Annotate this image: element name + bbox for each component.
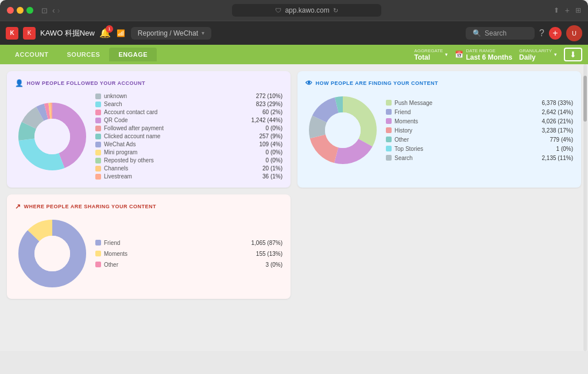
- eye-icon: 👁: [305, 79, 313, 87]
- share-icon: ↗: [15, 202, 21, 211]
- legend-color: [95, 126, 101, 131]
- forward-button[interactable]: ›: [57, 6, 60, 15]
- legend-item: History 3,238 (17%): [386, 127, 573, 134]
- help-icon[interactable]: ?: [539, 28, 544, 38]
- scrollbar-thumb[interactable]: [583, 76, 587, 122]
- legend-item: Push Message 6,378 (33%): [386, 100, 573, 106]
- finding-chart-area: Push Message 6,378 (33%) Friend 2,642 (1…: [305, 93, 573, 167]
- new-tab-icon[interactable]: +: [565, 6, 570, 15]
- maximize-light[interactable]: [26, 7, 33, 14]
- followed-donut: [15, 99, 90, 174]
- search-icon: 🔍: [473, 29, 481, 37]
- bottom-spacer: [297, 194, 581, 299]
- legend-name: Search: [104, 101, 253, 107]
- top-cards-row: 👤 HOW PEOPLE FOLLOWED YOUR ACCOUNT: [7, 71, 581, 188]
- followed-legend: unknown 272 (10%) Search 823 (29%) Accou…: [95, 93, 283, 180]
- sharing-chart-area: Friend 1,065 (87%) Moments 155 (13%) Oth…: [15, 216, 283, 291]
- tab-engage[interactable]: ENGAGE: [109, 48, 157, 61]
- scrollbar-track[interactable]: [583, 64, 587, 351]
- signal-icon: 📶: [117, 29, 125, 37]
- address-bar[interactable]: 🛡 app.kawo.com ↻: [232, 4, 381, 17]
- legend-name: Clicked account name: [104, 133, 256, 139]
- sharing-legend: Friend 1,065 (87%) Moments 155 (13%) Oth…: [95, 240, 283, 268]
- window-icon[interactable]: ⊡: [39, 5, 50, 16]
- legend-item: unknown 272 (10%): [95, 93, 283, 99]
- followed-card: 👤 HOW PEOPLE FOLLOWED YOUR ACCOUNT: [7, 71, 291, 188]
- date-range-value: Last 6 Months: [466, 53, 512, 61]
- legend-name: Reposted by others: [104, 157, 263, 163]
- granularity-arrow: ▾: [554, 52, 557, 57]
- legend-item: Mini program 0 (0%): [95, 149, 283, 155]
- granularity-value: Daily: [519, 53, 552, 61]
- search-bar[interactable]: 🔍 Search: [466, 27, 535, 40]
- legend-item: Reposted by others 0 (0%): [95, 157, 283, 163]
- legend-item: Search 2,135 (11%): [386, 155, 573, 161]
- svg-point-17: [325, 112, 361, 148]
- bottom-cards-row: ↗ WHERE PEOPLE ARE SHARING YOUR CONTENT: [7, 194, 581, 299]
- legend-color: [95, 110, 101, 115]
- svg-point-21: [34, 236, 70, 271]
- traffic-lights: [7, 7, 33, 14]
- svg-point-9: [34, 119, 70, 154]
- legend-item: Account contact card 60 (2%): [95, 109, 283, 115]
- reload-icon[interactable]: ↻: [333, 7, 338, 14]
- legend-name: Channels: [104, 165, 260, 172]
- legend-color: [95, 174, 101, 180]
- notification-button[interactable]: 🔔 1: [99, 28, 111, 38]
- legend-val: 20 (1%): [262, 165, 283, 172]
- date-range-filter[interactable]: 📅 DATE RANGE Last 6 Months: [455, 48, 512, 61]
- close-light[interactable]: [7, 7, 14, 14]
- legend-name: Livestream: [104, 173, 260, 180]
- legend-item: Friend 1,065 (87%): [95, 240, 283, 246]
- finding-donut: [305, 93, 380, 167]
- app-bar: K K KAWO 科掘New 🔔 1 📶 Reporting / WeChat …: [0, 21, 588, 45]
- browser-nav: ⊡ ‹ ›: [39, 5, 60, 16]
- legend-val: 257 (9%): [259, 133, 283, 139]
- download-button[interactable]: ⬇: [564, 48, 582, 61]
- nav-tabs-bar: ACCOUNT SOURCES ENGAGE AGGREGATE Total ▾…: [0, 45, 588, 64]
- followed-card-title: 👤 HOW PEOPLE FOLLOWED YOUR ACCOUNT: [15, 79, 283, 87]
- calendar-icon: 📅: [455, 50, 463, 59]
- legend-val: 36 (1%): [262, 173, 283, 180]
- legend-name: QR Code: [104, 117, 249, 123]
- legend-item: Clicked account name 257 (9%): [95, 133, 283, 139]
- legend-name: WeChat Ads: [104, 141, 256, 147]
- browser-action-buttons: ⬆ + ⊞: [554, 6, 581, 15]
- sharing-donut: [15, 216, 90, 291]
- sharing-card-title: ↗ WHERE PEOPLE ARE SHARING YOUR CONTENT: [15, 202, 283, 211]
- legend-val: 272 (10%): [256, 93, 283, 99]
- url-text: app.kawo.com: [285, 6, 329, 14]
- add-button[interactable]: +: [549, 27, 562, 40]
- legend-item: QR Code 1,242 (44%): [95, 117, 283, 123]
- followed-chart-area: unknown 272 (10%) Search 823 (29%) Accou…: [15, 93, 283, 180]
- legend-val: 0 (0%): [266, 157, 283, 163]
- breadcrumb[interactable]: Reporting / WeChat ▾: [131, 27, 211, 40]
- back-button[interactable]: ‹: [52, 6, 55, 15]
- legend-val: 0 (0%): [266, 125, 283, 131]
- aggregate-filter[interactable]: AGGREGATE Total ▾: [414, 48, 448, 61]
- share-icon[interactable]: ⬆: [554, 6, 559, 14]
- tab-sources[interactable]: SOURCES: [58, 48, 110, 61]
- finding-legend: Push Message 6,378 (33%) Friend 2,642 (1…: [386, 100, 573, 161]
- breadcrumb-arrow: ▾: [202, 30, 204, 36]
- legend-val: 60 (2%): [262, 109, 283, 115]
- legend-item: Other 3 (0%): [95, 262, 283, 268]
- sharing-card: ↗ WHERE PEOPLE ARE SHARING YOUR CONTENT: [7, 194, 291, 299]
- legend-item: Livestream 36 (1%): [95, 173, 283, 180]
- minimize-light[interactable]: [17, 7, 24, 14]
- granularity-filter[interactable]: GRANULARITY Daily ▾: [519, 48, 557, 61]
- tab-account[interactable]: ACCOUNT: [6, 48, 58, 61]
- legend-color: [95, 118, 101, 123]
- legend-item: Friend 2,642 (14%): [386, 109, 573, 115]
- aggregate-arrow: ▾: [445, 52, 448, 57]
- avatar[interactable]: U: [566, 25, 582, 41]
- legend-color: [95, 134, 101, 139]
- main-content: 👤 HOW PEOPLE FOLLOWED YOUR ACCOUNT: [0, 64, 588, 351]
- legend-item: WeChat Ads 109 (4%): [95, 141, 283, 147]
- person-icon: 👤: [15, 79, 24, 87]
- grid-icon[interactable]: ⊞: [575, 6, 581, 14]
- legend-name: Followed after payment: [104, 125, 263, 131]
- notification-badge: 1: [106, 25, 113, 33]
- legend-name: Mini program: [104, 149, 263, 155]
- granularity-label: GRANULARITY: [519, 48, 552, 53]
